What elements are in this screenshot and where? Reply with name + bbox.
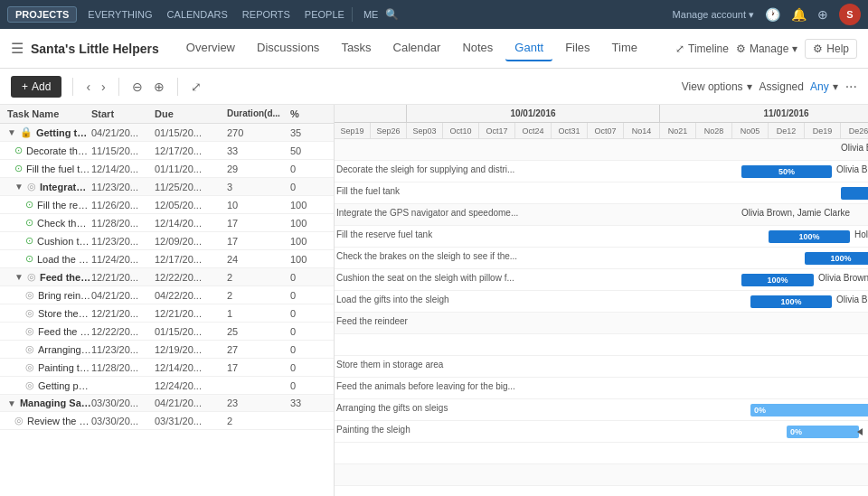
secondary-nav: ☰ Santa's Little Helpers Overview Discus… [0, 29, 868, 69]
nav-forward-icon[interactable]: › [99, 78, 108, 96]
projects-button[interactable]: PROJECTS [7, 6, 77, 23]
task-start: 12/21/20... [91, 308, 155, 319]
task-duration: 25 [227, 326, 290, 337]
task-duration: 33 [227, 145, 290, 156]
bar-percent-label: 100% [798, 232, 819, 241]
gantt-row: Fill the fuel tank 0% Olivia Brown, Holl… [335, 182, 868, 204]
collapse-arrow[interactable]: ▼ [14, 182, 24, 192]
add-button[interactable]: + Add [11, 76, 61, 98]
expand-icon[interactable]: ⤢ [189, 78, 203, 96]
help-button[interactable]: ⚙ Help [805, 39, 857, 59]
gantt-bar: 100% [750, 295, 832, 308]
tab-gantt[interactable]: Gantt [505, 35, 552, 61]
gantt-row: Check the brakes on the sleigh to see if… [335, 248, 868, 269]
gantt-task-label: Fill the reserve fuel tank [336, 229, 432, 239]
tab-tasks[interactable]: Tasks [332, 35, 380, 61]
nav-people[interactable]: PEOPLE [305, 9, 344, 20]
task-name: Load the gifts in... [37, 254, 91, 265]
collapse-arrow[interactable]: ▼ [14, 272, 24, 282]
task-duration: 23 [227, 398, 290, 408]
zoom-in-icon[interactable]: ⊕ [152, 78, 166, 96]
collapse-arrow[interactable]: ▼ [7, 398, 16, 408]
task-row: ⊙ Cushion the sea... 11/23/20... 12/09/2… [0, 232, 334, 250]
status-icon: ◎ [25, 325, 34, 337]
gantt-task-label: Integrate the GPS navigator and speedome… [336, 208, 518, 218]
header-percent: % [290, 108, 326, 119]
task-row: ◎ Review the clen... 03/30/20... 03/31/2… [0, 412, 334, 430]
tab-overview[interactable]: Overview [177, 35, 244, 61]
task-row: ▼ Managing Santa's we... 03/30/20... 04/… [0, 395, 334, 412]
gantt-bar: 100% [769, 230, 850, 243]
header-duration: Duration(d... [227, 108, 290, 119]
nav-everything[interactable]: EVERYTHING [88, 9, 152, 20]
tab-notes[interactable]: Notes [453, 35, 502, 61]
task-name: Decorate the sl... [26, 145, 91, 156]
timeline-button[interactable]: ⤢ Timeline [675, 42, 729, 55]
tab-time[interactable]: Time [603, 35, 646, 61]
assigned-filter[interactable]: Assigned Any ▾ [760, 80, 838, 93]
plus-circle-icon[interactable]: ⊕ [817, 7, 828, 22]
week-oct24: Oct24 [515, 123, 552, 138]
task-percent: 50 [290, 145, 326, 156]
task-percent: 0 [290, 182, 326, 192]
nav-reports[interactable]: REPORTS [242, 9, 290, 20]
task-name: Feed the reinde... [40, 272, 91, 283]
task-due: 01/15/20... [155, 326, 227, 337]
status-icon: ⊙ [25, 253, 33, 265]
bell-icon[interactable]: 🔔 [791, 7, 807, 22]
status-icon: ◎ [27, 181, 36, 192]
tab-calendar[interactable]: Calendar [384, 35, 450, 61]
task-start: 03/30/20... [91, 416, 155, 426]
gantt-body: Olivia Brown, Holly Parker, Decorate the… [335, 139, 868, 496]
more-options-button[interactable]: ··· [845, 79, 857, 95]
task-duration: 17 [227, 236, 290, 247]
month-empty [335, 105, 407, 122]
task-due: 12/17/20... [155, 254, 227, 265]
task-due: 12/22/20... [155, 272, 227, 283]
task-name-cell: ◎ Bring reindee... [25, 289, 91, 301]
user-avatar[interactable]: S [839, 4, 861, 25]
task-name-cell: ⊙ Fill the reserv... [25, 199, 91, 211]
week-oct17: Oct17 [479, 123, 515, 138]
collapse-arrow[interactable]: ▼ [7, 127, 16, 137]
gantt-task-label: Load the gifts into the sleigh [336, 295, 449, 304]
timeline-label: Timeline [688, 42, 729, 55]
clock-icon[interactable]: 🕐 [765, 7, 780, 22]
task-due: 03/31/20... [155, 416, 227, 426]
task-start: 04/21/20... [91, 127, 155, 138]
view-options-arrow: ▾ [747, 80, 752, 93]
search-icon[interactable]: 🔍 [385, 8, 399, 21]
task-name-cell: ⊙ Cushion the sea... [25, 235, 91, 247]
assigned-arrow: ▾ [833, 80, 838, 93]
task-due: 12/09/20... [155, 236, 227, 247]
manage-account-link[interactable]: Manage account ▾ [673, 9, 754, 21]
arrow-indicator [857, 428, 863, 435]
status-icon: ◎ [25, 361, 34, 373]
zoom-out-icon[interactable]: ⊖ [130, 78, 145, 96]
hamburger-menu[interactable]: ☰ [11, 40, 24, 57]
view-options-section: View options ▾ Assigned Any ▾ ··· [682, 79, 857, 95]
task-name: Review the clen... [27, 416, 91, 426]
task-name-cell: ◎ Painting the slei... [25, 361, 91, 373]
tab-discussions[interactable]: Discussions [248, 35, 328, 61]
task-row: ⊙ Load the gifts in... 11/24/20... 12/17… [0, 250, 334, 268]
top-nav-links: EVERYTHING CALENDARS REPORTS PEOPLE [88, 9, 344, 20]
tab-files[interactable]: Files [556, 35, 599, 61]
manage-button[interactable]: ⚙ Manage ▾ [736, 42, 797, 55]
week-nov28: No28 [696, 123, 732, 138]
gantt-bar: 100% [741, 274, 814, 286]
me-button[interactable]: ME [363, 9, 379, 20]
gantt-row: Feed the reindeer Olivia Brown, Smith Je… [335, 313, 868, 334]
help-label: Help [826, 42, 849, 55]
gantt-panel[interactable]: 10/01/2016 11/01/2016 12/01/2016 01/01/2… [335, 105, 868, 496]
view-options-button[interactable]: View options ▾ [682, 80, 752, 93]
task-start: 11/23/20... [91, 344, 155, 355]
gantt-assignee-label: Olivia Brown [836, 164, 868, 174]
toolbar: + Add ‹ › ⊖ ⊕ ⤢ View options ▾ Assigned … [0, 69, 868, 105]
nav-back-icon[interactable]: ‹ [84, 78, 92, 96]
nav-calendars[interactable]: CALENDARS [167, 9, 228, 20]
status-icon: ⊙ [14, 145, 23, 156]
task-name-cell: ⊙ Decorate the sl... [14, 145, 91, 156]
task-name: Store them in... [38, 308, 91, 319]
task-duration: 17 [227, 218, 290, 229]
